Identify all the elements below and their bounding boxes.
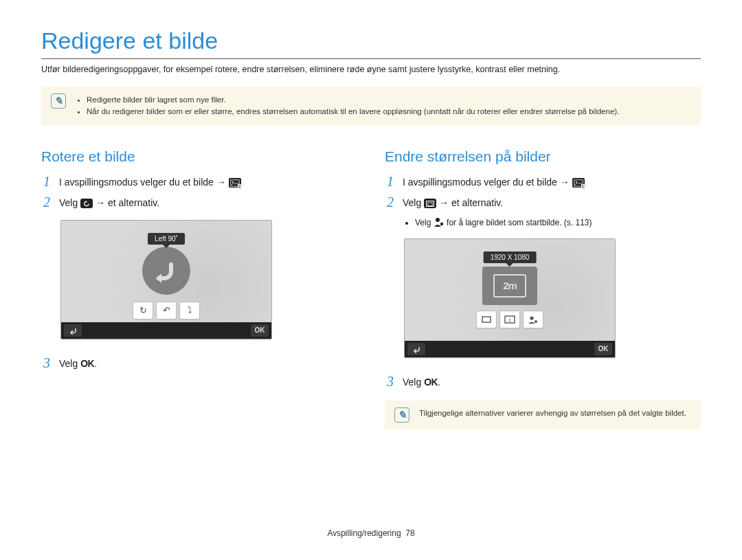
rotate-left-arrow-icon [150, 255, 182, 287]
bottom-note-text: Tilgjengelige alternativer varierer avhe… [419, 407, 686, 417]
period: . [94, 358, 97, 369]
step-text: I avspillingsmodus velger du et bilde → [403, 177, 570, 188]
period: . [438, 377, 440, 388]
step-text-pre: Velg [59, 358, 78, 369]
step-number: 3 [385, 374, 396, 388]
step-text-pre: Velg [403, 377, 421, 388]
manual-page: Redigere et bilde Utfør bilderedigerings… [0, 0, 742, 557]
svg-text:2: 2 [508, 318, 511, 322]
step-number: 1 [385, 175, 396, 188]
right-column: Endre størrelsen på bilder 1 I avspillin… [385, 142, 701, 446]
size-medium-icon: 2 [504, 315, 516, 324]
step-body: Velg OK. [403, 374, 701, 388]
step-number: 1 [41, 175, 52, 188]
step-number: 2 [41, 195, 52, 209]
resize-tool-icon [424, 199, 436, 208]
rotate-option-row: ↻ ↶ ⤵ [133, 302, 200, 320]
ok-label: OK [424, 377, 438, 388]
step-body: Velg → et alternativ. [403, 195, 701, 209]
svg-point-1 [232, 181, 234, 183]
note-item: Redigerte bilder blir lagret som nye fil… [87, 95, 619, 105]
step-2-sublist: Velg for å lagre bildet som startbilde. … [404, 217, 701, 227]
size-option-button[interactable] [476, 311, 497, 328]
camera-screen-rotate: Left 90˚ ↻ ↶ ⤵ OK [60, 220, 272, 339]
step-3: 3 Velg OK. [41, 356, 357, 370]
bottom-note-box: ✎ Tilgjengelige alternativer varierer av… [385, 401, 701, 429]
svg-point-7 [440, 223, 443, 225]
svg-point-11 [530, 316, 533, 320]
svg-rect-8 [482, 317, 491, 322]
back-button[interactable] [407, 343, 425, 355]
step-text-post: → et alternativ. [439, 197, 503, 208]
rotate-preview-circle [142, 247, 190, 295]
step-text-pre: Velg [403, 197, 421, 208]
step-body: Velg OK. [59, 356, 357, 369]
footer-page: 78 [405, 528, 414, 538]
footer-section: Avspilling/redigering [327, 528, 401, 538]
note-item: Når du redigerer bilder som er eller stø… [87, 107, 619, 117]
step-body: I avspillingsmodus velger du et bilde → … [403, 175, 701, 188]
note-icon: ✎ [394, 407, 409, 423]
rotate-180-button[interactable]: ⤵ [179, 302, 200, 320]
svg-point-6 [436, 218, 440, 222]
page-footer: Avspilling/redigering 78 [41, 528, 701, 544]
startup-image-icon [527, 315, 539, 324]
rotate-left-button[interactable]: ↶ [156, 302, 177, 320]
rotate-tool-icon [80, 199, 93, 208]
step-text-post: → et alternativ. [95, 197, 159, 208]
top-note-box: ✎ Redigerte bilder blir lagret som nye f… [41, 87, 701, 125]
step-text: I avspillingsmodus velger du et bilde → [59, 177, 226, 188]
section-title-resize: Endre størrelsen på bilder [385, 148, 701, 165]
svg-point-3 [576, 181, 577, 183]
size-small-icon [480, 315, 493, 324]
svg-point-12 [535, 320, 537, 323]
step-body: I avspillingsmodus velger du et bilde → … [59, 175, 357, 188]
note-icon: ✎ [51, 93, 66, 109]
size-badge: 2m [493, 274, 526, 298]
bullet-post: for å lagre bildet som startbilde. (s. 1… [447, 218, 592, 227]
resize-option-row: 2 [476, 311, 543, 328]
screen-bottom-bar: OK [61, 322, 271, 339]
left-column: Rotere et bilde 1 I avspillingsmodus vel… [41, 142, 357, 446]
step-number: 2 [385, 195, 396, 209]
resize-tooltip: 1920 X 1080 [484, 251, 537, 263]
step-body: Velg → et alternativ. [59, 195, 357, 209]
bullet-pre: Velg [415, 218, 431, 227]
edit-mode-icon [572, 178, 585, 188]
camera-screen-resize: 1920 X 1080 2m 2 [404, 238, 616, 358]
back-button[interactable] [64, 324, 82, 337]
ok-label: OK [80, 358, 94, 369]
ok-button[interactable]: OK [251, 324, 269, 337]
step-2: 2 Velg → et alternativ. [41, 195, 357, 209]
sub-bullet-item: Velg for å lagre bildet som startbilde. … [415, 217, 701, 227]
svg-rect-5 [428, 203, 432, 206]
resize-preview-box: 2m [482, 267, 537, 305]
step-2: 2 Velg → et alternativ. [385, 195, 701, 209]
size-option-button[interactable] [523, 311, 543, 328]
step-3: 3 Velg OK. [385, 374, 701, 388]
back-arrow-icon [412, 345, 421, 353]
intro-text: Utfør bilderedigeringsoppgaver, for ekse… [41, 65, 701, 74]
step-number: 3 [41, 356, 52, 370]
rotate-right-button[interactable]: ↻ [133, 302, 153, 320]
ok-button[interactable]: OK [594, 343, 612, 355]
columns: Rotere et bilde 1 I avspillingsmodus vel… [41, 142, 701, 446]
back-arrow-icon [68, 326, 78, 335]
screen-bottom-bar: OK [405, 341, 615, 357]
step-1: 1 I avspillingsmodus velger du et bilde … [385, 175, 701, 188]
size-option-button[interactable]: 2 [499, 311, 520, 328]
edit-mode-icon [229, 178, 241, 188]
section-title-rotate: Rotere et bilde [41, 148, 357, 165]
note-list: Redigerte bilder blir lagret som nye fil… [76, 93, 619, 118]
page-title: Redigere et bilde [41, 27, 701, 59]
step-text-pre: Velg [59, 197, 78, 208]
rotate-tooltip: Left 90˚ [148, 233, 185, 245]
step-1: 1 I avspillingsmodus velger du et bilde … [41, 175, 357, 188]
startup-image-icon [434, 217, 445, 227]
